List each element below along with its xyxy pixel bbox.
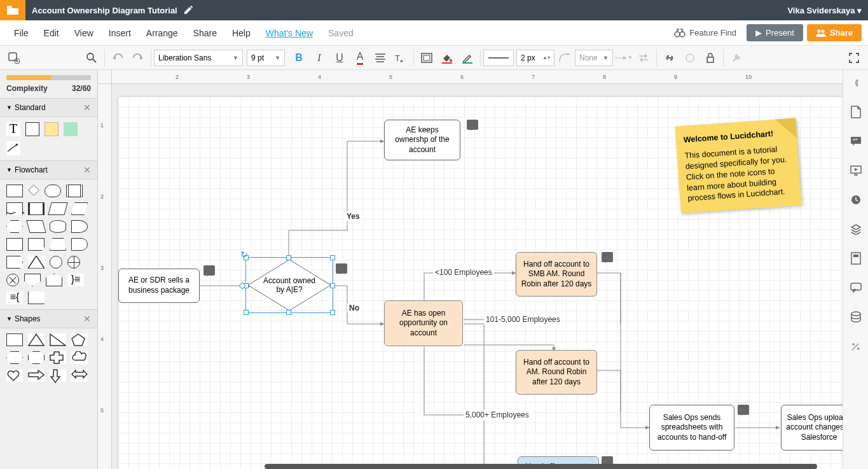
- fc-s3[interactable]: [71, 202, 88, 215]
- shape-note[interactable]: [45, 122, 59, 136]
- fc-decision[interactable]: [28, 185, 39, 196]
- menu-help[interactable]: Help: [224, 28, 258, 38]
- fc-s18[interactable]: [46, 274, 62, 286]
- presentation-icon[interactable]: [847, 162, 865, 179]
- comment-icon[interactable]: [336, 263, 347, 274]
- master-icon[interactable]: [847, 249, 865, 267]
- fc-terminator[interactable]: [45, 185, 61, 197]
- fc-s20[interactable]: ≡{: [6, 291, 23, 304]
- sh-arr-lr[interactable]: [71, 369, 88, 382]
- fc-s8[interactable]: [6, 238, 23, 251]
- menu-view[interactable]: View: [67, 28, 101, 38]
- sh-rect[interactable]: [6, 333, 23, 346]
- arrow-start-icon[interactable]: ▼: [613, 48, 633, 68]
- sh-arr-r[interactable]: [28, 369, 45, 382]
- node-am[interactable]: Hand off account to AM. Round Robin afte…: [516, 350, 597, 395]
- node-keep[interactable]: AE keeps ownershp of the account: [384, 120, 460, 160]
- font-color-icon[interactable]: A: [350, 48, 370, 68]
- fc-process[interactable]: [6, 185, 23, 197]
- fc-s7[interactable]: [71, 220, 88, 233]
- menu-share[interactable]: Share: [186, 28, 224, 38]
- lock-icon[interactable]: [700, 48, 720, 68]
- fc-s9[interactable]: [28, 238, 45, 251]
- rename-icon[interactable]: [184, 6, 193, 15]
- fc-s5[interactable]: [26, 220, 46, 233]
- line-style-select[interactable]: [483, 50, 514, 66]
- data-icon[interactable]: [847, 308, 865, 326]
- node-open-opp[interactable]: AE has open opportunity on account: [384, 300, 463, 346]
- rotate-handle[interactable]: ↻: [240, 249, 248, 260]
- fc-s10[interactable]: [50, 238, 66, 251]
- layers-panel-icon[interactable]: [847, 220, 865, 238]
- sh-cross[interactable]: [50, 351, 66, 364]
- close-icon[interactable]: ✕: [83, 165, 91, 175]
- fc-s14[interactable]: [50, 256, 62, 269]
- close-icon[interactable]: ✕: [83, 314, 91, 324]
- sh-rtri[interactable]: [50, 333, 66, 346]
- layers-icon[interactable]: [680, 48, 700, 68]
- sh-pent[interactable]: [71, 333, 88, 346]
- comment-icon[interactable]: [203, 265, 215, 276]
- chat-icon[interactable]: [847, 279, 865, 297]
- doc-title[interactable]: Account Ownership Diagram Tutorial: [32, 6, 177, 15]
- share-button[interactable]: Share: [807, 24, 862, 41]
- fc-s2[interactable]: [48, 202, 67, 215]
- node-salesops2[interactable]: Sales Ops uploads account changes in Sal…: [781, 405, 843, 451]
- fc-s11[interactable]: [71, 238, 88, 251]
- sh-oct[interactable]: [28, 351, 45, 364]
- fill-icon[interactable]: [417, 48, 437, 68]
- line-type-icon[interactable]: [555, 48, 575, 68]
- sh-cloud[interactable]: [71, 351, 88, 364]
- comment-icon[interactable]: [738, 405, 749, 415]
- border-color-icon[interactable]: [457, 48, 478, 68]
- comment-icon[interactable]: [467, 120, 478, 130]
- shape-rect[interactable]: [25, 122, 39, 136]
- link-icon[interactable]: [659, 48, 680, 68]
- fc-s4[interactable]: [6, 220, 23, 233]
- wrench-icon[interactable]: [726, 48, 747, 68]
- text-options-icon[interactable]: T▸: [390, 48, 411, 68]
- sticky-note[interactable]: Welcome to Lucidchart! This document is …: [675, 118, 801, 214]
- fill-color-icon[interactable]: [437, 48, 457, 68]
- menu-arrange[interactable]: Arrange: [139, 28, 186, 38]
- layer-select[interactable]: None▼: [575, 50, 613, 66]
- fc-s6[interactable]: [50, 220, 66, 233]
- close-icon[interactable]: ✕: [83, 102, 91, 113]
- shape-block[interactable]: [64, 122, 78, 136]
- sh-tri[interactable]: [28, 333, 45, 346]
- comment-icon[interactable]: [602, 252, 613, 262]
- menu-whats-new[interactable]: What's New: [258, 28, 320, 38]
- node-smb[interactable]: Hand off account to SMB AM. Round Robin …: [516, 252, 597, 297]
- sh-hex[interactable]: [6, 351, 23, 364]
- fc-s19[interactable]: }≡: [67, 274, 84, 286]
- canvas[interactable]: AE or SDR sells a business package Accou…: [112, 84, 843, 469]
- panel-shapes[interactable]: ▼Shapes✕: [0, 309, 97, 328]
- menu-insert[interactable]: Insert: [101, 28, 139, 38]
- fullscreen-icon[interactable]: [844, 48, 864, 68]
- font-select[interactable]: Liberation Sans▼: [154, 50, 243, 66]
- shape-text[interactable]: T: [6, 122, 20, 136]
- add-shape-icon[interactable]: [4, 48, 24, 68]
- fc-s17[interactable]: [24, 274, 41, 286]
- bold-icon[interactable]: B: [289, 48, 309, 68]
- menu-edit[interactable]: Edit: [36, 28, 67, 38]
- menu-file[interactable]: File: [6, 28, 36, 38]
- panel-standard[interactable]: ▼Standard✕: [0, 98, 97, 117]
- history-icon[interactable]: [847, 191, 865, 209]
- fc-s12[interactable]: [6, 256, 23, 269]
- magic-icon[interactable]: [847, 337, 865, 355]
- line-width-select[interactable]: 2 px▲▾: [516, 50, 555, 66]
- comment-panel-icon[interactable]: ❝❞: [847, 132, 865, 150]
- node-salesops1[interactable]: Sales Ops sends spreadsheets with accoun…: [649, 405, 734, 451]
- present-button[interactable]: ▶ Present: [747, 24, 803, 41]
- sh-heart[interactable]: [6, 369, 23, 382]
- fc-s15[interactable]: [67, 256, 80, 269]
- node-start[interactable]: AE or SDR sells a business package: [118, 269, 200, 303]
- page[interactable]: AE or SDR sells a business package Accou…: [118, 97, 843, 469]
- align-icon[interactable]: [370, 48, 390, 68]
- fc-s21[interactable]: [28, 291, 45, 304]
- underline-icon[interactable]: U: [329, 48, 350, 68]
- feature-find[interactable]: Feature Find: [674, 28, 736, 38]
- italic-icon[interactable]: I: [309, 48, 329, 68]
- fc-document[interactable]: [6, 202, 23, 215]
